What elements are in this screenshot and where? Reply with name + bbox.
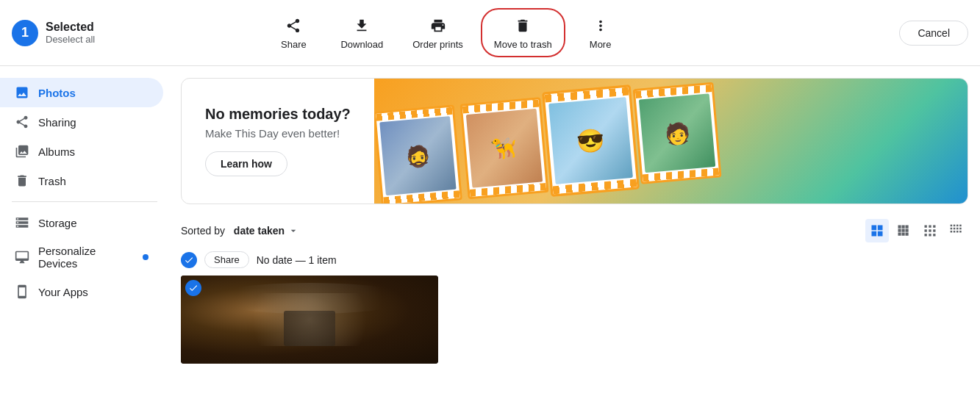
selected-text: Selected Deselect all: [46, 21, 95, 45]
sharing-icon: [15, 115, 29, 129]
svg-rect-15: [956, 228, 959, 230]
sidebar-your-apps-label: Your Apps: [38, 286, 88, 298]
sidebar-item-photos[interactable]: Photos: [0, 78, 163, 107]
sidebar-sharing-label: Sharing: [38, 116, 76, 129]
trash-icon: [512, 15, 533, 36]
view-tiny-button[interactable]: [945, 219, 968, 242]
learn-how-button[interactable]: Learn how: [205, 151, 287, 176]
sidebar-item-trash[interactable]: Trash: [0, 166, 163, 195]
memories-title: No memories today?: [205, 106, 351, 123]
svg-rect-16: [959, 228, 962, 230]
svg-rect-6: [925, 234, 927, 236]
film-frame-inner-4: 🧑: [639, 93, 715, 173]
view-tiny-icon: [949, 223, 964, 238]
svg-rect-10: [954, 225, 956, 227]
sidebar-item-storage[interactable]: Storage: [0, 208, 163, 237]
order-prints-button[interactable]: Order prints: [401, 10, 475, 56]
more-label: More: [590, 39, 612, 50]
svg-rect-0: [925, 226, 927, 228]
trash-sidebar-icon: [15, 173, 29, 188]
date-group-share-button[interactable]: Share: [204, 251, 249, 268]
download-button[interactable]: Download: [329, 10, 395, 56]
sidebar-divider: [12, 201, 157, 202]
memories-subtitle: Make This Day even better!: [205, 127, 351, 140]
photo-grid: [181, 276, 968, 364]
sidebar-personalize-label: Personalize Devices: [38, 245, 134, 270]
date-group-label: No date — 1 item: [257, 254, 337, 266]
storage-icon: [15, 215, 29, 230]
personalize-icon: [15, 250, 29, 264]
memories-film-strip: 🧔 🦮 😎 🧑: [374, 79, 968, 204]
order-prints-label: Order prints: [412, 39, 463, 50]
svg-rect-1: [929, 226, 931, 228]
share-button[interactable]: Share: [264, 10, 323, 56]
share-icon: [283, 15, 304, 36]
svg-rect-13: [951, 228, 953, 230]
cancel-button[interactable]: Cancel: [899, 21, 968, 46]
svg-rect-7: [929, 234, 931, 236]
film-frame-inner-1: 🧔: [379, 116, 456, 195]
view-large-button[interactable]: [865, 219, 889, 242]
sort-selector[interactable]: Sorted by date taken: [181, 225, 299, 237]
photo-inner-1: [181, 276, 438, 364]
film-frame-4: 🧑: [632, 82, 721, 184]
sidebar-item-albums[interactable]: Albums: [0, 137, 163, 166]
view-medium-button[interactable]: [892, 219, 915, 242]
sidebar: Photos Sharing Albums Trash Storage Pers…: [0, 66, 169, 396]
move-to-trash-label: Move to trash: [494, 39, 552, 50]
photo-check-icon-1: [188, 283, 198, 293]
selected-label: Selected: [46, 21, 95, 34]
sidebar-item-sharing[interactable]: Sharing: [0, 107, 163, 137]
albums-icon: [15, 144, 29, 159]
memories-text: No memories today? Make This Day even be…: [182, 91, 374, 191]
sidebar-albums-label: Albums: [38, 145, 75, 158]
sidebar-trash-label: Trash: [38, 175, 66, 187]
film-frame-1: 🧔: [374, 105, 462, 204]
sidebar-photos-label: Photos: [38, 87, 76, 99]
date-group-header: Share No date — 1 item: [181, 251, 968, 268]
personalize-notification-dot: [143, 254, 149, 260]
svg-rect-14: [954, 228, 956, 230]
film-strip: 🧔 🦮 😎 🧑: [374, 79, 968, 204]
photo-thumbnail-1[interactable]: [181, 276, 438, 364]
film-frame-2: 🦮: [459, 97, 548, 199]
svg-rect-5: [933, 229, 935, 231]
chevron-down-icon: [287, 225, 299, 237]
photo-check-1[interactable]: [185, 280, 201, 296]
film-frame-inner-3: 😎: [548, 97, 633, 184]
view-options: [865, 219, 968, 242]
check-icon: [184, 255, 194, 265]
date-group-check[interactable]: [181, 252, 197, 268]
your-apps-icon: [15, 284, 29, 299]
svg-rect-9: [951, 225, 953, 227]
svg-rect-8: [933, 234, 935, 236]
deselect-all-button[interactable]: Deselect all: [46, 34, 95, 45]
sidebar-item-your-apps[interactable]: Your Apps: [0, 277, 163, 306]
memories-banner: No memories today? Make This Day even be…: [181, 78, 968, 204]
sidebar-storage-label: Storage: [38, 217, 77, 229]
sidebar-item-personalize-devices[interactable]: Personalize Devices: [0, 237, 163, 277]
toolbar-actions: Share Download Order prints Move to tras…: [264, 8, 629, 57]
view-small-button[interactable]: [918, 219, 942, 242]
selected-count: 1: [12, 20, 38, 46]
sorted-bar: Sorted by date taken: [181, 219, 968, 242]
view-large-icon: [870, 223, 884, 238]
move-to-trash-button[interactable]: Move to trash: [481, 8, 565, 57]
download-icon: [351, 15, 372, 36]
svg-rect-12: [959, 225, 962, 227]
main-layout: Photos Sharing Albums Trash Storage Pers…: [0, 66, 980, 396]
photo-icon: [15, 85, 29, 100]
download-label: Download: [340, 39, 383, 50]
film-frame-inner-2: 🦮: [466, 109, 543, 188]
more-button[interactable]: More: [571, 10, 630, 56]
svg-rect-11: [956, 225, 959, 227]
svg-rect-18: [954, 231, 956, 233]
share-label: Share: [281, 39, 307, 50]
view-medium-icon: [896, 223, 911, 238]
order-prints-icon: [428, 15, 448, 36]
svg-rect-19: [956, 231, 959, 233]
more-icon: [590, 15, 611, 36]
svg-rect-2: [933, 226, 935, 228]
top-bar: 1 Selected Deselect all Share Download O…: [0, 0, 980, 66]
svg-rect-4: [929, 229, 931, 231]
